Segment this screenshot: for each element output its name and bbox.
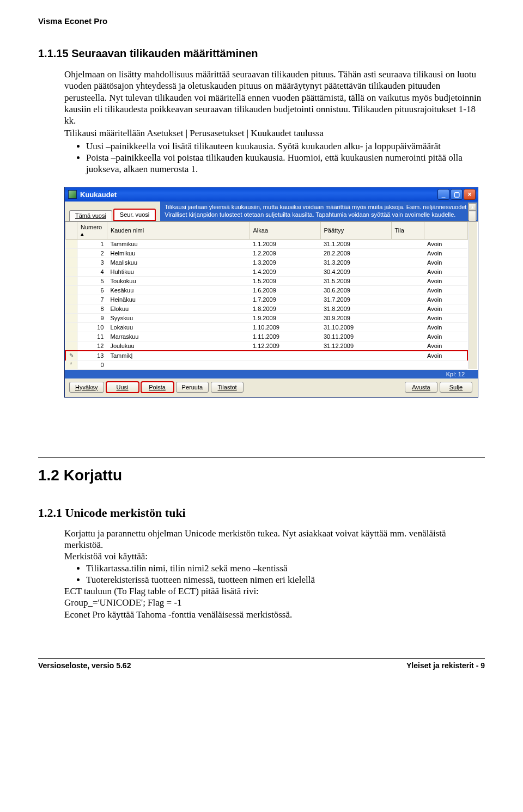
cell-numero: 10 [77,322,107,332]
cell-alkaa: 1.5.2009 [250,276,320,285]
cell-alkaa: 1.3.2009 [250,258,320,267]
edit-row-indicator-icon: ✎ [65,351,77,361]
row-indicator [65,304,77,313]
row-indicator [65,276,77,285]
cell-paattyy: 31.1.2009 [320,239,391,248]
tab-this-year[interactable]: Tämä vuosi [69,210,112,221]
peruuta-button[interactable]: Peruuta [176,382,209,393]
table-row[interactable]: 2Helmikuu1.2.200928.2.2009Avoin [65,248,467,258]
titlebar[interactable]: Kuukaudet _ ▢ × [65,187,478,202]
cell-tila: Avoin [424,322,467,332]
avusta-button[interactable]: Avusta [405,382,437,393]
tilastot-button[interactable]: Tilastot [211,382,244,393]
col-paattyy[interactable]: Päättyy [320,222,391,239]
cell-numero: 11 [77,332,107,341]
table-row[interactable]: 7Heinäkuu1.7.200931.7.2009Avoin [65,295,467,304]
uusi-button[interactable]: Uusi [106,382,139,393]
cell-alkaa: 1.6.2009 [250,285,320,295]
minimize-button[interactable]: _ [437,189,449,200]
cell-numero: 12 [77,341,107,351]
table-row[interactable]: 12Joulukuu1.12.200931.12.2009Avoin [65,341,467,351]
grid-scrollbar[interactable] [469,222,477,369]
cell-paattyy: 31.3.2009 [320,258,391,267]
cell-name-input[interactable]: Tammik| [107,351,250,361]
cell-name: Toukokuu [107,276,250,285]
page-footer: Versioseloste, versio 5.62 Yleiset ja re… [38,658,485,670]
table-row[interactable]: 4Huhtikuu1.4.200930.4.2009Avoin [65,267,467,276]
table-row[interactable]: 8Elokuu1.8.200931.8.2009Avoin [65,304,467,313]
cell-name: Lokakuu [107,322,250,332]
bullet-list: Uusi –painikkeella voi lisätä tilikautee… [64,141,485,175]
kuukaudet-window: Kuukaudet _ ▢ × Tämä vuosi Seur. vuosi T… [64,187,478,398]
cell-name: Kesäkuu [107,285,250,295]
scroll-up-icon[interactable]: ▴ [469,203,476,211]
cell-paattyy: 31.5.2009 [320,276,391,285]
months-grid: Numero ▴ Kauden nimi Alkaa Päättyy Tila … [65,221,478,370]
row-indicator [65,285,77,295]
list-item: Uusi –painikkeella voi lisätä tilikautee… [86,141,485,152]
close-button[interactable]: × [464,189,476,200]
poista-button[interactable]: Poista [141,382,174,393]
cell-name: Heinäkuu [107,295,250,304]
table-row[interactable]: 9Syyskuu1.9.200930.9.2009Avoin [65,313,467,322]
grid-status-bar: Kpl: 12 [65,370,478,378]
cell-tila: Avoin [424,258,467,267]
maximize-button[interactable]: ▢ [451,189,463,200]
cell-tila: Avoin [424,304,467,313]
cell-paattyy: 30.4.2009 [320,267,391,276]
section-divider [38,457,485,458]
paragraph: Ohjelmaan on lisätty mahdollisuus määrit… [64,69,485,126]
table-row[interactable]: 10Lokakuu1.10.200931.10.2009Avoin [65,322,467,332]
cell-paattyy: 31.12.2009 [320,341,391,351]
table-row[interactable]: 3Maaliskuu1.3.200931.3.2009Avoin [65,258,467,267]
table-row[interactable]: 6Kesäkuu1.6.200930.6.2009Avoin [65,285,467,295]
sort-asc-icon: ▴ [81,230,84,237]
cell-numero: 7 [77,295,107,304]
new-row-indicator-icon: * [65,360,77,369]
row-indicator [65,267,77,276]
paragraph: Group_='UNICODE'; Flag = -1 [64,597,485,608]
table-row[interactable]: 11Marraskuu1.11.200930.11.2009Avoin [65,332,467,341]
hyvaksy-button[interactable]: Hyväksy [69,382,104,393]
app-icon [68,190,77,199]
paragraph: Korjattu ja parannettu ohjelman Unicode … [64,528,485,551]
col-kauden-nimi[interactable]: Kauden nimi [107,222,250,239]
cell-numero: 3 [77,258,107,267]
cell-alkaa: 1.8.2009 [250,304,320,313]
cell-name: Tammikuu [107,239,250,248]
cell-numero: 6 [77,285,107,295]
heading-1-2-1: 1.2.1 Unicode merkistön tuki [38,506,485,520]
cell-numero: 8 [77,304,107,313]
info-banner: Tilikausi jaetaan yleensä kuukausiin, mu… [160,202,478,221]
col-alkaa[interactable]: Alkaa [250,222,320,239]
editing-row[interactable]: ✎ 13 Tammik| Avoin [65,351,467,361]
info-scrollbar[interactable]: ▴ [468,203,477,220]
cell-paattyy: 30.9.2009 [320,313,391,322]
footer-left: Versioseloste, versio 5.62 [38,661,131,670]
table-row[interactable]: 5Toukokuu1.5.200931.5.2009Avoin [65,276,467,285]
cell-tila: Avoin [424,313,467,322]
new-row-placeholder[interactable]: * 0 [65,360,467,369]
cell-numero: 5 [77,276,107,285]
cell-alkaa: 1.11.2009 [250,332,320,341]
cell-tila: Avoin [424,285,467,295]
cell-paattyy: 28.2.2009 [320,248,391,258]
button-bar: Hyväksy Uusi Poista Peruuta Tilastot Avu… [65,378,478,397]
cell-tila: Avoin [424,341,467,351]
tab-next-year[interactable]: Seur. vuosi [113,209,156,221]
year-tabs: Tämä vuosi Seur. vuosi [65,202,160,221]
paragraph: Econet Pro käyttää Tahoma -fonttia venäl… [64,609,485,620]
cell-numero[interactable]: 13 [77,351,107,361]
cell-paattyy: 30.6.2009 [320,285,391,295]
col-tila[interactable]: Tila [391,222,424,239]
cell-numero[interactable]: 0 [77,360,107,369]
table-row[interactable]: 1Tammikuu1.1.200931.1.2009Avoin [65,239,467,248]
cell-numero: 1 [77,239,107,248]
sulje-button[interactable]: Sulje [440,382,472,393]
col-numero[interactable]: Numero ▴ [77,222,107,239]
cell-name: Marraskuu [107,332,250,341]
cell-paattyy: 31.8.2009 [320,304,391,313]
list-item: Tilikartassa.tilin nimi, tilin nimi2 sek… [86,563,485,574]
cell-name: Syyskuu [107,313,250,322]
cell-alkaa: 1.7.2009 [250,295,320,304]
